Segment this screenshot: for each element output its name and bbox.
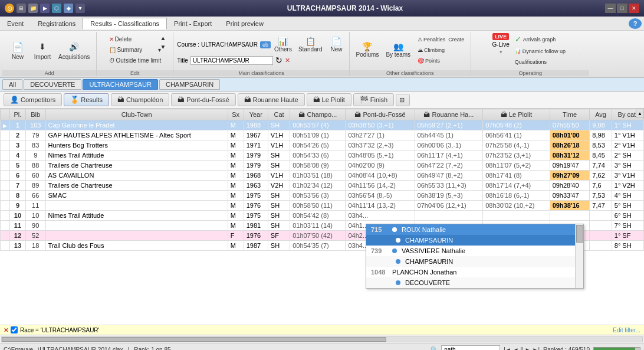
tab-extra[interactable]: ⊞ (396, 94, 410, 106)
tb-icon5[interactable]: ◆ (64, 4, 73, 13)
search-dropdown: 715 ROUX Nathalie CHAMPSAURIN 739 VASSIV… (366, 224, 584, 289)
maximize-button[interactable]: □ (617, 4, 627, 13)
tb-icon4[interactable]: ⬡ (52, 4, 61, 13)
tab-competitors[interactable]: 👤 Competitors (4, 93, 62, 106)
table-row[interactable]: 911M1976SH00h58'50 (11)04h11'14 (13,-2)0… (1, 201, 644, 211)
help-button[interactable]: ? (629, 18, 642, 29)
main-new-button[interactable]: 📄 New (328, 35, 346, 54)
tab-champsaurin[interactable]: CHAMPSAURIN (159, 79, 220, 90)
move-down-button[interactable]: ▼ (157, 43, 168, 51)
table-row[interactable]: 383Hunters Bog TrottersM1971V1H00h54'26 … (1, 140, 644, 151)
points-button[interactable]: 🎯 Points (415, 56, 467, 66)
by-teams-button[interactable]: 👥 By teams (383, 35, 413, 66)
col-header-avg[interactable]: Avg (590, 109, 612, 120)
results-table-container[interactable]: ▲ Pl. Bib Club-Town Sx Year Cat 🏔 Champo… (0, 109, 644, 325)
tb-icon2[interactable]: 📁 (28, 4, 38, 13)
tab-pont-du-fosse[interactable]: 🏔 Pont-du-Fossé (171, 93, 235, 106)
scroll-up-button[interactable]: ▲ (636, 109, 644, 118)
penalties-button[interactable]: ⚠ Penalties Create (415, 35, 467, 44)
col-header-cat[interactable]: Cat (268, 109, 290, 120)
col-header-year[interactable]: Year (244, 109, 268, 120)
climbing-button[interactable]: ⛰ Climbing (415, 45, 467, 55)
col-header-name[interactable]: Club-Town (45, 109, 228, 120)
outside-time-icon: ⏱ (109, 57, 115, 64)
content-area: ▲ Pl. Bib Club-Town Sx Year Cat 🏔 Champo… (0, 109, 644, 335)
menu-event[interactable]: Event (0, 18, 31, 29)
menu-results[interactable]: Results - Classifications (83, 18, 167, 30)
table-row[interactable]: 789Trailers de ChartreuseM1963V2H01h02'3… (1, 181, 644, 191)
tab-decouverte[interactable]: DECOUVERTE (24, 79, 81, 90)
table-row[interactable]: 588Trailers de ChartreuseM1979SH00h58'08… (1, 161, 644, 171)
c4-cell: 07h23'52 (3,+1) (483, 151, 550, 161)
col-header-c4[interactable]: 🏔 Le Piolit (483, 109, 550, 120)
table-row[interactable]: 1010Nimes Trail AttitudeM1975SH00h54'42 … (1, 211, 644, 221)
menu-print-export[interactable]: Print - Export (167, 18, 219, 29)
tab-all[interactable]: All (2, 79, 22, 90)
tab-le-piolit[interactable]: 🏔 Le Piolit (307, 93, 351, 106)
table-row[interactable]: 660AS CAVAILLONM1968V1H01h03'51 (18)04h0… (1, 171, 644, 181)
col-header-c3[interactable]: 🏔 Rouanne Ha... (415, 109, 483, 120)
standard-button[interactable]: 📋 Standard (295, 35, 326, 54)
summary-button[interactable]: 📋 Summary ▾ (106, 45, 165, 55)
podiums-button[interactable]: 🏆 Podiums (353, 35, 382, 66)
h-scrollbar[interactable] (0, 335, 644, 343)
c3-cell: 06h11'17 (4,+1) (415, 151, 483, 161)
acquisitions-button[interactable]: 🔊 Acquisitions (55, 38, 93, 62)
cat-cell: SF (268, 231, 290, 241)
close-button[interactable]: ✕ (629, 4, 639, 13)
col-header-time[interactable]: Time (550, 109, 590, 120)
qualifications-button[interactable]: Qualifications (512, 57, 569, 67)
move-up-button[interactable]: ▲ (157, 34, 168, 42)
menu-registrations[interactable]: Registrations (31, 18, 83, 29)
close-main-icon[interactable]: ✕ (285, 57, 290, 64)
tb-icon1[interactable]: ⊞ (17, 4, 26, 13)
col-header-bib[interactable]: Bib (25, 109, 45, 120)
tab-finish[interactable]: 🏁 Finish (353, 93, 394, 106)
others-button[interactable]: 📊 Others (273, 35, 293, 54)
title-input[interactable] (190, 56, 273, 65)
tab-ultrachampsaur[interactable]: ULTRACHAMPSAUR (83, 79, 158, 90)
sx-cell: M (228, 151, 244, 161)
import-button[interactable]: ⬇ Import (31, 38, 54, 62)
toolbar-operating-group: LIVE G-Live ▾ ✓ Arrivals graph 📊 Dynamic… (471, 32, 589, 76)
search-input[interactable] (441, 345, 500, 350)
ranked-label: Ranked : 469/510 (543, 346, 590, 350)
dropdown-item-0[interactable]: 715 ROUX Nathalie (366, 224, 583, 235)
edit-filter-link[interactable]: Edit filter... (613, 327, 640, 333)
dropdown-item-1[interactable]: 739 VASSIVIERE Nathalie (366, 246, 583, 256)
refresh-icon[interactable]: ↻ (275, 55, 282, 65)
course-label: Course : ULTRACHAMPSAUR (177, 41, 258, 48)
new-button[interactable]: 📄 New (6, 38, 29, 62)
dropdown-item-2-sub[interactable]: DECOUVERTE (366, 277, 583, 288)
table-row[interactable]: 49Nimes Trail AttitudeM1979SH00h54'33 (6… (1, 151, 644, 161)
toolbar-other-class-group: 🏆 Podiums 👥 By teams ⚠ Penalties Create … (350, 32, 472, 76)
col-header-c1[interactable]: 🏔 Champo... (290, 109, 346, 120)
cat-cell: SH (268, 241, 290, 251)
dropdown-item-2[interactable]: 1048 PLANCHON Jonathan (366, 267, 583, 277)
tab-champoleon[interactable]: 🏔 Champoléon (111, 93, 169, 106)
delete-button[interactable]: ✕ Delete (106, 34, 165, 44)
name-cell: Trailers de Chartreuse (45, 161, 228, 171)
dropdown-item-0-sub[interactable]: CHAMPSAURIN (366, 235, 583, 246)
row-indicator (1, 140, 10, 151)
filter-checkbox[interactable] (11, 326, 18, 333)
col-header-c2[interactable]: 🏔 Pont-du-Fossé (346, 109, 415, 120)
tb-icon3[interactable]: ▶ (40, 4, 50, 13)
dropdown-item-1-sub[interactable]: CHAMPSAURIN (366, 256, 583, 267)
outside-time-button[interactable]: ⏱ Outside time limit (106, 55, 165, 66)
menu-print-preview[interactable]: Print preview (219, 18, 271, 29)
tab-rouanne-haute[interactable]: 🏔 Rouanne Haute (238, 93, 305, 106)
cat-cell: SH (268, 211, 290, 221)
dynamic-follow-button[interactable]: 📊 Dynamic follow up (512, 47, 569, 56)
table-row[interactable]: 279GAP HAUTES ALPES ATHLETISME - Altec S… (1, 130, 644, 140)
table-row[interactable]: 866SMACM1975SH00h53'56 (3)03h56'54 (8,-5… (1, 191, 644, 201)
minimize-button[interactable]: — (605, 4, 616, 13)
bycat-cell: 4° SH (612, 191, 643, 201)
arrivals-graph-button[interactable]: ✓ Arrivals graph (512, 33, 569, 45)
tab-results[interactable]: 🏅 Results (64, 93, 109, 106)
col-header-sx[interactable]: Sx (228, 109, 244, 120)
col-header-pl[interactable]: Pl. (10, 109, 26, 120)
filter-x-button[interactable]: ✕ (4, 327, 8, 333)
tb-icon6[interactable]: ▼ (75, 4, 85, 13)
table-row[interactable]: ▶1103Cap Garonne le PradetM1988SH00h53'5… (1, 120, 644, 130)
